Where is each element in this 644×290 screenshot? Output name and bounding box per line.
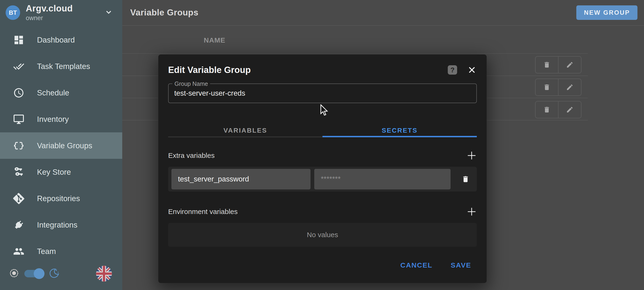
sidebar-item-label: Repositories	[37, 194, 80, 203]
sidebar-item-dashboard[interactable]: Dashboard	[0, 27, 122, 53]
sidebar-item-task-templates[interactable]: Task Templates	[0, 53, 122, 80]
environment-variables-section: Environment variables	[168, 206, 477, 217]
no-values-panel: No values	[168, 223, 477, 247]
sidebar-item-label: Dashboard	[37, 35, 75, 44]
table-row-actions	[535, 79, 582, 96]
table-row-actions	[535, 101, 582, 118]
dashboard-icon	[13, 34, 24, 46]
dialog-footer: CANCEL SAVE	[168, 261, 477, 269]
extra-variables-label: Extra variables	[168, 151, 214, 159]
save-button[interactable]: SAVE	[451, 261, 471, 269]
new-group-button[interactable]: NEW GROUP	[576, 5, 638, 20]
theme-toggle[interactable]	[24, 270, 42, 277]
add-environment-variable-button[interactable]	[466, 206, 477, 217]
workspace-switcher[interactable]: BT Argv.cloud owner	[0, 0, 122, 23]
sidebar-item-label: Variable Groups	[37, 141, 92, 150]
close-icon	[468, 65, 476, 74]
keys-icon	[13, 166, 24, 178]
braces-icon	[13, 140, 24, 151]
trash-icon	[543, 61, 550, 69]
close-button[interactable]	[467, 65, 477, 75]
delete-button[interactable]	[536, 79, 558, 95]
sidebar-item-label: Team	[37, 247, 56, 256]
help-button[interactable]: ?	[448, 65, 457, 75]
sun-icon	[9, 268, 19, 279]
plug-icon	[13, 219, 24, 231]
double-check-icon	[13, 61, 24, 72]
table-row-actions	[535, 56, 582, 73]
monitor-icon	[13, 114, 24, 125]
table-column-name: NAME	[204, 36, 225, 44]
secret-name-input[interactable]	[172, 169, 310, 189]
sidebar-item-label: Inventory	[37, 115, 69, 124]
plus-icon	[467, 207, 476, 216]
tab-underline	[168, 137, 322, 137]
edit-button[interactable]	[558, 57, 581, 73]
moon-stars-icon	[49, 268, 60, 279]
group-name-input[interactable]	[168, 84, 476, 103]
app-root: BT Argv.cloud owner Dashboard Task Templ…	[0, 0, 644, 290]
chevron-down-icon[interactable]	[104, 8, 113, 17]
tab-variables[interactable]: VARIABLES	[168, 124, 322, 137]
workspace-name: Argv.cloud	[26, 3, 104, 13]
group-name-field: Group Name	[168, 84, 477, 103]
sidebar-item-label: Integrations	[37, 221, 77, 229]
tab-label: SECRETS	[382, 127, 418, 134]
sidebar: BT Argv.cloud owner Dashboard Task Templ…	[0, 0, 122, 290]
trash-icon	[543, 106, 550, 113]
sidebar-item-inventory[interactable]: Inventory	[0, 106, 122, 132]
secret-variable-row	[168, 167, 477, 191]
remove-secret-button[interactable]	[460, 174, 471, 184]
sidebar-item-team[interactable]: Team	[0, 238, 122, 265]
workspace-info: Argv.cloud owner	[26, 3, 104, 22]
delete-button[interactable]	[536, 57, 558, 73]
language-flag-uk[interactable]	[96, 266, 112, 282]
cancel-button[interactable]: CANCEL	[400, 261, 432, 269]
mouse-cursor	[320, 104, 329, 118]
dialog-header: Edit Variable Group ?	[168, 54, 477, 76]
tab-label: VARIABLES	[224, 127, 267, 134]
toggle-thumb[interactable]	[34, 268, 44, 279]
edit-variable-group-dialog: Edit Variable Group ? Group Name VARIABL…	[158, 54, 487, 283]
workspace-role: owner	[26, 14, 104, 22]
extra-variables-section: Extra variables	[168, 150, 477, 161]
pencil-icon	[566, 61, 574, 69]
dialog-title: Edit Variable Group	[168, 65, 251, 75]
add-extra-variable-button[interactable]	[466, 150, 477, 161]
tab-secrets[interactable]: SECRETS	[322, 124, 477, 137]
topbar: Variable Groups NEW GROUP	[122, 0, 644, 26]
pencil-icon	[566, 84, 574, 91]
clock-icon	[13, 87, 24, 99]
sidebar-item-label: Schedule	[37, 88, 69, 97]
sidebar-item-label: Key Store	[37, 168, 71, 177]
git-icon	[13, 193, 24, 204]
trash-icon	[543, 84, 550, 91]
sidebar-nav: Dashboard Task Templates Schedule Invent…	[0, 27, 122, 265]
group-name-label: Group Name	[172, 80, 210, 87]
sidebar-footer	[0, 266, 122, 290]
environment-variables-label: Environment variables	[168, 208, 238, 216]
secret-value-input[interactable]	[314, 169, 450, 189]
edit-button[interactable]	[558, 79, 581, 95]
sidebar-item-schedule[interactable]: Schedule	[0, 80, 122, 106]
trash-icon	[462, 175, 470, 183]
sidebar-item-repositories[interactable]: Repositories	[0, 185, 122, 212]
plus-icon	[467, 151, 476, 160]
sidebar-item-integrations[interactable]: Integrations	[0, 212, 122, 238]
sidebar-item-label: Task Templates	[37, 62, 90, 71]
pencil-icon	[566, 106, 574, 113]
sidebar-item-variable-groups[interactable]: Variable Groups	[0, 132, 122, 159]
avatar: BT	[6, 5, 20, 20]
page-title: Variable Groups	[130, 8, 198, 17]
sidebar-item-key-store[interactable]: Key Store	[0, 159, 122, 185]
people-icon	[13, 246, 24, 257]
no-values-text: No values	[307, 231, 338, 239]
table-divider	[122, 53, 588, 54]
tabs: VARIABLES SECRETS	[168, 124, 477, 137]
delete-button[interactable]	[536, 102, 558, 118]
tab-underline-active	[322, 136, 477, 137]
edit-button[interactable]	[558, 102, 581, 118]
